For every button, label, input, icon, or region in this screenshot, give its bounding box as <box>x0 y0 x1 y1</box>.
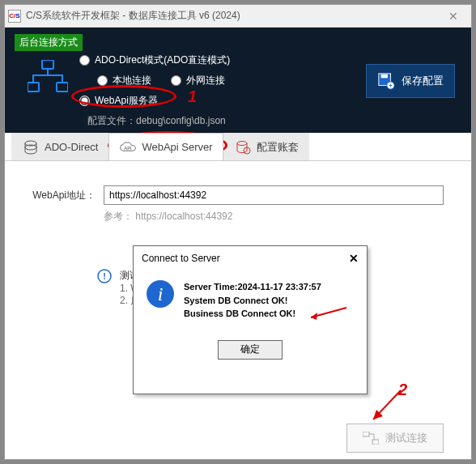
radio-remote-label: 外网连接 <box>186 74 225 87</box>
svg-point-9 <box>237 141 247 145</box>
webapi-address-input[interactable] <box>104 185 444 205</box>
info-icon: ! <box>97 269 112 283</box>
svg-text:API: API <box>125 145 133 150</box>
hint-prefix: 参考： <box>104 211 133 222</box>
connection-mode-panel: 后台连接方式 ADO-Direct模式(ADO直连模式) 本地连接 外网连接 <box>5 28 471 133</box>
radio-ado-label: ADO-Direct模式(ADO直连模式) <box>95 53 230 67</box>
radio-local-label: 本地连接 <box>113 74 151 87</box>
dialog-ok-button[interactable]: 确定 <box>218 340 283 360</box>
dialog-line3: Business DB Connect OK! <box>184 307 321 321</box>
svg-rect-0 <box>42 60 53 69</box>
test-connection-label: 测试连接 <box>385 431 427 445</box>
svg-rect-2 <box>57 83 68 92</box>
dialog-info-icon: i <box>147 280 174 308</box>
tab-accounts[interactable]: 配置账套 <box>223 133 309 160</box>
tab-webapi-label: WebApi Server <box>142 141 212 153</box>
tab-ado-label: ADO-Direct <box>45 141 98 153</box>
tab-webapi-server[interactable]: API WebApi Server <box>108 133 223 160</box>
svg-rect-14 <box>372 440 379 445</box>
annotation-number-1: 1 <box>188 87 197 106</box>
mode-badge: 后台连接方式 <box>15 34 83 51</box>
save-icon <box>377 72 395 90</box>
close-icon[interactable]: ✕ <box>439 5 468 28</box>
svg-text:!: ! <box>103 271 106 281</box>
hint-url: https://localhost:44392 <box>135 211 232 222</box>
database-gear-icon <box>234 140 252 155</box>
dialog-titlebar[interactable]: Connect to Server ✕ <box>134 246 367 270</box>
radio-webapi-label: WebApi服务器 <box>95 94 158 108</box>
svg-rect-4 <box>381 74 388 79</box>
dialog-line1-time: 2024-11-17 23:37:57 <box>237 282 321 292</box>
titlebar[interactable]: C/S C/S系统软件开发框架 - 数据库连接工具 v6 (2024) ✕ <box>5 5 471 28</box>
dialog-title-text: Connect to Server <box>142 253 349 264</box>
config-file-line: 配置文件：debug\config\db.json <box>87 114 230 128</box>
save-config-button[interactable]: 保存配置 <box>366 64 455 98</box>
radio-remote[interactable]: 外网连接 <box>171 74 225 87</box>
tab-ado-direct[interactable]: ADO-Direct <box>11 133 108 160</box>
link-icon <box>363 432 379 445</box>
config-file-path: debug\config\db.json <box>136 115 226 126</box>
annotation-number-2: 2 <box>398 381 407 399</box>
webapi-address-label: WebApi地址： <box>24 189 96 202</box>
connect-dialog: Connect to Server ✕ i Server Time:2024-1… <box>133 245 368 394</box>
database-icon <box>22 140 40 155</box>
radio-webapi[interactable]: WebApi服务器 <box>79 94 230 108</box>
radio-ado-direct[interactable]: ADO-Direct模式(ADO直连模式) <box>79 53 230 67</box>
dialog-message: Server Time:2024-11-17 23:37:57 System D… <box>184 280 321 321</box>
save-config-label: 保存配置 <box>402 74 444 88</box>
dialog-line1-label: Server Time: <box>184 282 237 292</box>
window-title: C/S系统软件开发框架 - 数据库连接工具 v6 (2024) <box>26 9 439 23</box>
tab-bar: ADO-Direct API WebApi Server 配置账套 <box>5 133 471 161</box>
app-icon: C/S <box>8 10 21 23</box>
api-cloud-icon: API <box>119 140 137 155</box>
svg-rect-13 <box>363 432 369 436</box>
address-hint: 参考： https://localhost:44392 <box>104 210 452 223</box>
radio-group: ADO-Direct模式(ADO直连模式) 本地连接 外网连接 WebApi服务… <box>79 53 230 128</box>
test-connection-button[interactable]: 测试连接 <box>346 424 444 453</box>
config-file-label: 配置文件： <box>87 115 136 126</box>
radio-local[interactable]: 本地连接 <box>97 74 151 87</box>
network-diagram-icon <box>28 60 68 96</box>
svg-rect-1 <box>28 83 39 92</box>
dialog-close-icon[interactable]: ✕ <box>349 252 359 265</box>
dialog-line2: System DB Connect OK! <box>184 294 321 308</box>
tab-accounts-label: 配置账套 <box>257 140 299 155</box>
